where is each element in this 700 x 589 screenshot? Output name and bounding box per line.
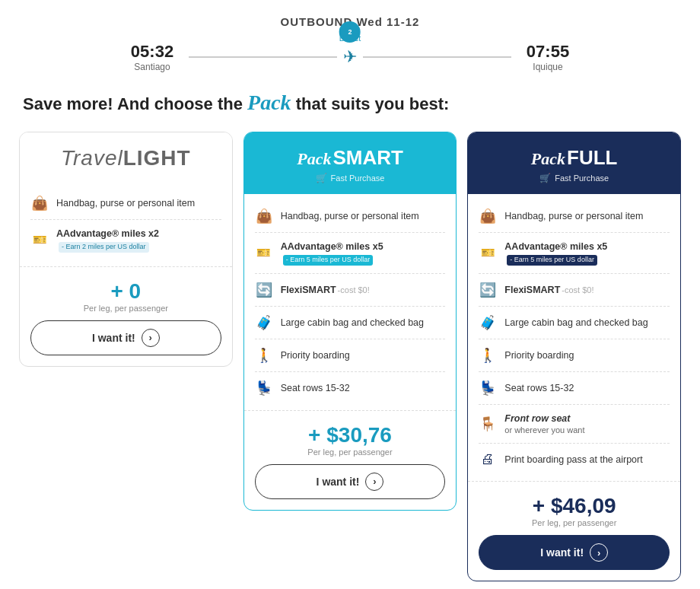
card-smart-header: Pack SMART 🛒 Fast Purchase (244, 132, 457, 194)
flexi-cost-smart: -cost $0! (338, 285, 370, 294)
feature-boarding-smart: 🚶 Priority boarding (255, 339, 446, 372)
cabin-text-full: Large cabin bag and checked bag (504, 317, 648, 329)
tagline-suffix: that suits you best: (291, 94, 450, 113)
miles-badge-light: - Earn 2 miles per US dollar (59, 242, 149, 253)
cabin-icon-full: 🧳 (479, 314, 497, 331)
handbag-text-smart: Handbag, purse or personal item (281, 210, 419, 222)
want-button-light-arrow: › (142, 329, 160, 347)
fast-purchase-label-smart: Fast Purchase (331, 174, 385, 183)
tagline-prefix: Save more! And choose the (23, 94, 247, 113)
price-sub-full: Per leg, per passenger (479, 518, 670, 527)
arrival-city: Iquique (533, 62, 562, 72)
feature-miles-light: 🎫 AAdvantage® miles x2 - Earn 2 miles pe… (30, 220, 221, 260)
feature-handbag-smart: 👜 Handbag, purse or personal item (255, 200, 446, 233)
seat-text-smart: Seat rows 15-32 (281, 382, 350, 394)
miles-icon-smart: 🎫 (255, 246, 273, 259)
card-smart-footer: + $30,76 Per leg, per passenger I want i… (244, 410, 457, 510)
boarding-icon-smart: 🚶 (255, 347, 273, 364)
want-button-full-arrow: › (590, 543, 608, 562)
miles-icon-full: 🎫 (479, 246, 497, 259)
card-light-header: TravelLIGHT (20, 132, 232, 181)
card-smart-features: 👜 Handbag, purse or personal item 🎫 AAdv… (244, 194, 457, 410)
handbag-text-light: Handbag, purse or personal item (56, 197, 195, 209)
want-button-light[interactable]: I want it! › (30, 320, 221, 355)
handbag-text-full: Handbag, purse or personal item (504, 210, 643, 222)
plane-icon: ✈ (343, 47, 357, 67)
want-button-full[interactable]: I want it! › (479, 535, 670, 570)
feature-handbag-full: 👜 Handbag, purse or personal item (479, 200, 670, 233)
pack-full-bold: FULL (567, 146, 617, 170)
flexi-icon-smart: 🔄 (255, 282, 273, 298)
card-full: Pack FULL 🛒 Fast Purchase 👜 Handbag, pur… (467, 132, 681, 581)
feature-seat-full: 💺 Seat rows 15-32 (479, 372, 670, 405)
price-sub-light: Per leg, per passenger (30, 304, 221, 313)
pack-smart-italic: Pack (297, 149, 331, 169)
feature-cabin-smart: 🧳 Large cabin bag and checked bag (255, 307, 446, 339)
pack-full-name: Pack FULL (479, 146, 670, 170)
arrival-time: 07:55 (527, 42, 569, 62)
want-button-light-label: I want it! (92, 332, 135, 344)
handbag-icon-light: 👜 (30, 195, 49, 212)
boarding-icon-full: 🚶 (479, 347, 497, 364)
feature-boarding-full: 🚶 Priority boarding (479, 339, 670, 372)
price-full: + $46,09 (479, 494, 670, 518)
feature-frontrow-full: 🪑 Front row seat or wherever you want (479, 405, 670, 444)
handbag-icon-smart: 👜 (255, 208, 273, 224)
boarding-text-smart: Priority boarding (281, 349, 350, 361)
pack-light-name: TravelLIGHT (30, 146, 221, 170)
want-button-full-label: I want it! (540, 546, 584, 559)
departure-city: Santiago (134, 62, 170, 72)
tagline: Save more! And choose the Pack that suit… (23, 91, 677, 115)
flexi-text-full: FlexiSMART-cost $0! (504, 284, 593, 296)
card-light-footer: + 0 Per leg, per passenger I want it! › (20, 266, 232, 366)
price-light: + 0 (30, 279, 221, 304)
pack-smart-bold: SMART (332, 146, 402, 170)
pack-light-bold: LIGHT (123, 146, 191, 170)
price-smart: + $30,76 (255, 423, 446, 447)
fast-icon-smart: 🛒 (316, 173, 327, 183)
departure-info: 05:32 Santiago (122, 42, 183, 72)
pricing-cards: TravelLIGHT 👜 Handbag, purse or personal… (19, 132, 681, 581)
seat-text-full: Seat rows 15-32 (504, 382, 574, 394)
frontrow-sub: or wherever you want (504, 425, 584, 435)
boardingpass-text-full: Print boarding pass at the airport (504, 454, 642, 466)
frontrow-italic: Front row seat (504, 413, 570, 424)
departure-time: 05:32 (131, 42, 173, 62)
feature-flexi-smart: 🔄 FlexiSMART-cost $0! (255, 274, 446, 307)
miles-text-light: AAdvantage® miles x2 - Earn 2 miles per … (56, 228, 221, 253)
stops-badge: 2 (339, 21, 361, 43)
feature-flexi-full: 🔄 FlexiSMART-cost $0! (479, 274, 670, 307)
flight-bar: 05:32 Santiago ✈ 2 Direct 07:55 Iquique (122, 42, 578, 72)
fast-icon-full: 🛒 (539, 173, 551, 183)
flight-line-right (363, 56, 511, 58)
frontrow-icon-full: 🪑 (479, 415, 497, 432)
cabin-text-smart: Large cabin bag and checked bag (281, 317, 424, 329)
seat-icon-smart: 💺 (255, 380, 273, 396)
seat-icon-full: 💺 (479, 380, 497, 396)
flight-line-left (189, 56, 337, 58)
card-light-features: 👜 Handbag, purse or personal item 🎫 AAdv… (20, 181, 232, 266)
card-smart: Pack SMART 🛒 Fast Purchase 👜 Handbag, pu… (243, 132, 457, 511)
miles-badge-smart: - Earn 5 miles per US dollar (283, 255, 374, 266)
flexi-cost-full: -cost $0! (562, 285, 593, 294)
fast-purchase-full: 🛒 Fast Purchase (479, 173, 670, 183)
tagline-pack-word: Pack (247, 91, 291, 114)
fast-purchase-smart: 🛒 Fast Purchase (255, 173, 446, 183)
flexi-icon-full: 🔄 (479, 282, 497, 298)
cabin-icon-smart: 🧳 (255, 314, 273, 331)
miles-icon-light: 🎫 (30, 233, 49, 247)
card-light: TravelLIGHT 👜 Handbag, purse or personal… (19, 132, 233, 367)
want-button-smart-arrow: › (365, 473, 383, 491)
miles-text-smart: AAdvantage® miles x5 - Earn 5 miles per … (281, 240, 446, 266)
pack-full-italic: Pack (531, 149, 565, 169)
boarding-text-full: Priority boarding (504, 349, 574, 361)
feature-seat-smart: 💺 Seat rows 15-32 (255, 372, 446, 404)
pack-smart-name: Pack SMART (255, 146, 446, 170)
want-button-smart-label: I want it! (317, 476, 360, 488)
feature-miles-full: 🎫 AAdvantage® miles x5 - Earn 5 miles pe… (479, 233, 670, 274)
flexi-text-smart: FlexiSMART-cost $0! (281, 284, 370, 296)
feature-boardingpass-full: 🖨 Print boarding pass at the airport (479, 444, 670, 475)
fast-purchase-label-full: Fast Purchase (555, 174, 609, 183)
card-full-footer: + $46,09 Per leg, per passenger I want i… (468, 481, 680, 581)
want-button-smart[interactable]: I want it! › (255, 464, 446, 499)
